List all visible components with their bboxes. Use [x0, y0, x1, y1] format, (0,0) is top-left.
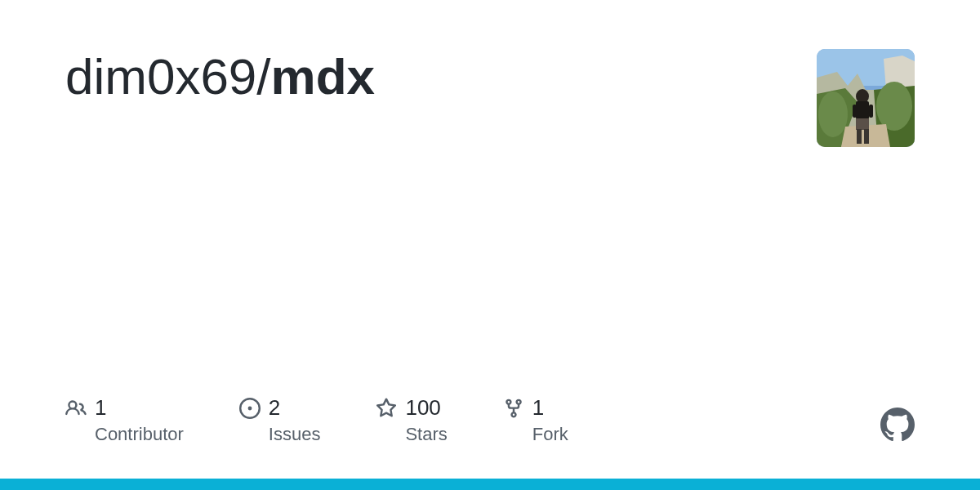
star-icon	[376, 398, 397, 419]
repo-stats: 1 Contributor 2 Issues 100 Stars 1 Fork	[65, 395, 568, 445]
avatar[interactable]	[817, 49, 915, 147]
svg-rect-10	[869, 105, 873, 118]
svg-rect-6	[856, 118, 869, 130]
avatar-image	[817, 49, 915, 147]
issue-icon	[239, 398, 261, 419]
stat-forks[interactable]: 1 Fork	[503, 395, 568, 445]
issues-count: 2	[269, 395, 280, 421]
repo-title[interactable]: dim0x69/mdx	[65, 49, 375, 105]
stars-label: Stars	[405, 424, 447, 445]
stat-stars[interactable]: 100 Stars	[376, 395, 447, 445]
repo-header: dim0x69/mdx	[65, 49, 915, 147]
forks-label: Fork	[532, 424, 568, 445]
forks-count: 1	[532, 395, 544, 421]
repo-owner: dim0x69	[65, 48, 256, 105]
accent-bar	[0, 479, 980, 490]
stat-contributors[interactable]: 1 Contributor	[65, 395, 184, 445]
contributors-count: 1	[95, 395, 106, 421]
github-icon	[880, 408, 915, 442]
issues-label: Issues	[269, 424, 321, 445]
contributors-label: Contributor	[95, 424, 184, 445]
svg-rect-5	[856, 101, 869, 119]
svg-rect-8	[864, 129, 869, 144]
svg-point-3	[818, 91, 848, 137]
stat-issues[interactable]: 2 Issues	[239, 395, 321, 445]
svg-rect-9	[853, 105, 857, 118]
fork-icon	[503, 398, 524, 419]
github-logo[interactable]	[880, 408, 915, 445]
stars-count: 100	[405, 395, 440, 421]
repo-name: mdx	[271, 48, 375, 105]
people-icon	[65, 398, 87, 419]
repo-separator: /	[256, 48, 270, 105]
svg-point-2	[876, 82, 912, 131]
svg-rect-7	[857, 129, 862, 144]
